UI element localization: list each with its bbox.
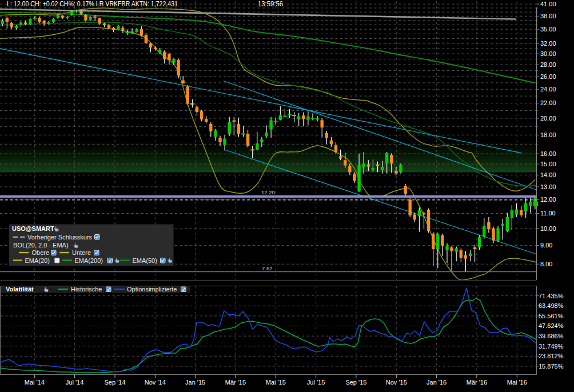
svg-text:EMA(20): EMA(20) [25,257,50,264]
svg-text:Historische: Historische [71,286,102,293]
svg-text:24.00: 24.00 [540,86,556,93]
svg-text:EMA(50): EMA(50) [133,257,157,264]
svg-text:20.00: 20.00 [540,115,556,122]
svg-text:10.00: 10.00 [540,225,556,232]
svg-text:28.00: 28.00 [540,61,556,68]
svg-text:Obere: Obere [32,249,50,256]
svg-text:L: 12.00 CH: +0.02 CH%: 0.17%: L: 12.00 CH: +0.02 CH%: 0.17% LR VRKFBR … [7,0,178,8]
svg-text:Sep '15: Sep '15 [345,379,366,386]
svg-text:22.00: 22.00 [540,99,556,106]
svg-text:12.00: 12.00 [540,196,556,203]
svg-text:13:59:56: 13:59:56 [258,0,283,8]
svg-text:12.20: 12.20 [261,189,275,195]
svg-text:18.00: 18.00 [540,131,556,138]
svg-text:39.686%: 39.686% [539,333,564,339]
svg-text:Jan '15: Jan '15 [185,379,205,386]
svg-text:23.812%: 23.812% [539,353,564,359]
svg-text:32.00: 32.00 [540,40,556,47]
svg-text:7.67: 7.67 [262,265,273,271]
svg-text:Jan '16: Jan '16 [426,379,447,386]
svg-text:Mai '14: Mai '14 [25,379,45,386]
svg-text:14.00: 14.00 [540,171,556,178]
svg-text:9.00: 9.00 [540,242,552,249]
svg-text:Jul '14: Jul '14 [66,379,83,386]
svg-text:38.00: 38.00 [540,13,556,19]
svg-text:Sep '14: Sep '14 [105,379,126,386]
svg-text:35.00: 35.00 [540,26,556,33]
svg-text:Nov '14: Nov '14 [145,379,166,386]
svg-text:11.00: 11.00 [540,210,556,217]
svg-text:55.561%: 55.561% [539,313,564,319]
svg-text:26.00: 26.00 [540,73,556,80]
svg-text:16.00: 16.00 [540,150,556,157]
svg-text:63.498%: 63.498% [539,302,564,309]
svg-text:8.00: 8.00 [540,261,552,267]
svg-text:Mär '16: Mär '16 [467,379,487,386]
svg-text:Mai '15: Mai '15 [266,379,286,386]
svg-text:USO@SMART: USO@SMART [12,225,54,232]
svg-text:15.875%: 15.875% [539,363,564,370]
svg-text:47.624%: 47.624% [539,322,564,329]
svg-text:Mai '16: Mai '16 [507,379,527,386]
svg-text:15.00: 15.00 [540,161,556,167]
svg-text:71.435%: 71.435% [539,293,564,299]
svg-text:13.00: 13.00 [540,183,556,190]
svg-text:Untere: Untere [72,249,91,256]
svg-text:EMA(200): EMA(200) [75,257,103,264]
svg-text:41.00: 41.00 [540,1,556,7]
svg-text:BOL(20, 2.0 - EMA): BOL(20, 2.0 - EMA) [13,242,69,249]
svg-text:31.749%: 31.749% [539,343,564,350]
svg-text:Volatilität: Volatilität [6,286,34,293]
svg-text:Mär '15: Mär '15 [225,379,246,386]
svg-text:Jul '15: Jul '15 [307,379,325,386]
svg-text:30.00: 30.00 [540,50,556,57]
svg-text:Vorheriger Schlusskurs: Vorheriger Schlusskurs [27,234,93,241]
svg-text:Nov '15: Nov '15 [386,379,407,386]
svg-text:Optionsimplizierte: Optionsimplizierte [127,286,177,293]
